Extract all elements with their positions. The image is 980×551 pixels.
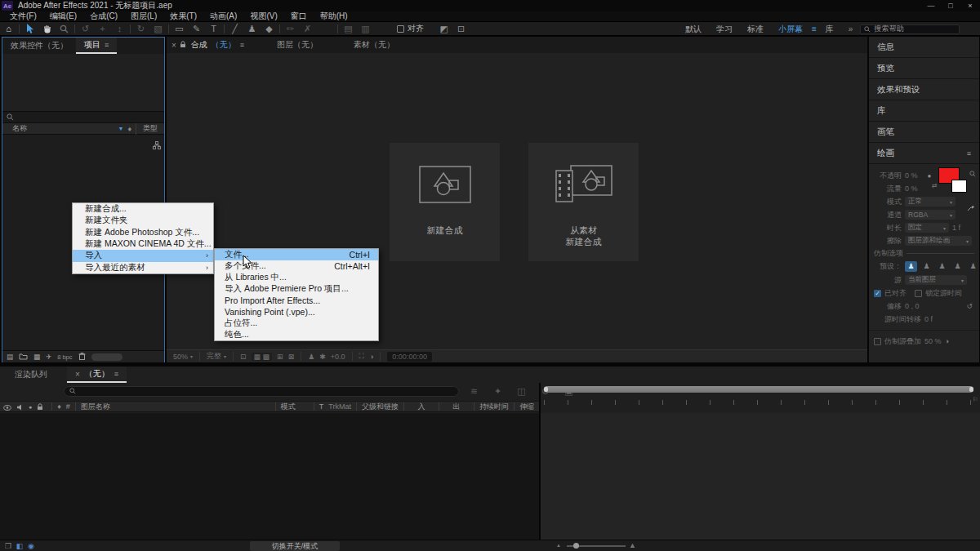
zoom-out-mountain-icon[interactable]: ▲	[556, 543, 561, 548]
show-channel-icon[interactable]: ◑	[369, 353, 373, 361]
menu-layer[interactable]: 图层(L)	[124, 11, 163, 22]
exposure-gear-icon[interactable]: ✱	[319, 353, 326, 361]
panel-brushes[interactable]: 画笔	[869, 122, 979, 143]
clone-preset-1[interactable]: ♟	[905, 261, 917, 272]
rectangle-tool-icon[interactable]: ▭	[171, 23, 188, 35]
panel-menu-icon[interactable]: ≡	[967, 149, 971, 158]
workspace-default[interactable]: 默认	[678, 24, 709, 35]
workspace-libraries[interactable]: 库	[818, 24, 841, 35]
video-visibility-icon[interactable]	[3, 399, 11, 414]
panel-libraries[interactable]: 库	[869, 100, 979, 122]
menu-item-import[interactable]: 导入 ›	[73, 250, 213, 261]
solo-icon[interactable]: ●	[29, 404, 32, 410]
new-folder-icon[interactable]	[19, 353, 28, 362]
audio-icon[interactable]	[16, 399, 24, 414]
sort-arrow-icon[interactable]: ▼	[118, 126, 123, 131]
eraser-tool-icon[interactable]: ◆	[261, 23, 278, 35]
panel-preview[interactable]: 预览	[869, 58, 979, 79]
help-search-input[interactable]: 搜索帮助	[860, 24, 960, 34]
submenu-item-vanishing-point[interactable]: Vanishing Point (.vpe)...	[215, 306, 378, 318]
transparency-grid-icon[interactable]: ▦ ▩	[252, 353, 273, 361]
draft-3d-icon[interactable]: ✦	[489, 385, 506, 398]
3d-view-icon[interactable]: ♟	[308, 353, 314, 361]
label-color-column-icon[interactable]: ♦	[57, 402, 61, 411]
opacity-value[interactable]: 0 %	[905, 171, 918, 180]
magnification-dropdown[interactable]: 50%▾	[173, 353, 193, 361]
submenu-item-from-libraries[interactable]: 从 Libraries 中...	[215, 272, 378, 283]
pan-camera-tool-icon[interactable]: +	[94, 23, 111, 35]
tab-footage[interactable]: 素材（无）	[345, 37, 403, 53]
snap-toggle[interactable]: 对齐	[397, 23, 424, 34]
resolution-dropdown[interactable]: 完整▾	[207, 351, 226, 362]
submenu-item-multiple-files[interactable]: 多个文件... Ctrl+Alt+I	[215, 260, 378, 272]
timeline-zoom-slider[interactable]	[567, 545, 626, 547]
background-color-swatch[interactable]	[951, 180, 967, 193]
home-icon[interactable]: ⌂	[0, 23, 17, 35]
project-search-field[interactable]	[2, 112, 164, 123]
tab-effect-controls[interactable]: 效果控件（无）	[2, 38, 76, 54]
navigator-start-handle[interactable]	[544, 387, 548, 392]
column-out[interactable]: 出	[444, 402, 469, 412]
navigator-end-handle[interactable]	[969, 387, 973, 392]
column-layer-name[interactable]: 图层名称	[81, 402, 110, 412]
flow-value[interactable]: 0 %	[905, 184, 918, 193]
trash-icon[interactable]	[78, 352, 86, 362]
hide-shy-layers-icon[interactable]: ◫	[513, 385, 530, 398]
menu-item-new-folder[interactable]: 新建文件夹	[73, 215, 213, 226]
clone-preset-2[interactable]: ♟	[920, 261, 933, 272]
project-settings-icon[interactable]: ✈	[46, 353, 51, 361]
clone-preset-3[interactable]: ♟	[936, 261, 948, 272]
lock-icon[interactable]	[180, 41, 186, 50]
camera-tool-icon[interactable]: ▧	[149, 23, 167, 35]
swap-colors-icon[interactable]: ⇄	[932, 182, 938, 189]
panel-menu-icon[interactable]: ≡	[240, 41, 244, 49]
mask-feather-icon[interactable]: ▤	[340, 23, 357, 35]
track-area[interactable]	[541, 413, 980, 540]
eyedropper-icon[interactable]	[967, 200, 974, 215]
tab-close-icon[interactable]: ×	[75, 370, 80, 379]
maximize-button[interactable]: □	[941, 0, 960, 11]
expand-in-out-icon[interactable]: ◉	[25, 542, 37, 550]
workspace-learn[interactable]: 学习	[709, 24, 740, 35]
snapshot-camera-icon[interactable]: ⛶	[359, 352, 364, 361]
lock-source-time-checkbox[interactable]	[915, 290, 922, 297]
fullscreen-icon[interactable]: ⊡	[452, 23, 470, 35]
menu-edit[interactable]: 编辑(E)	[43, 11, 83, 22]
submenu-item-pro-import[interactable]: Pro Import After Effects...	[215, 295, 378, 306]
column-duration[interactable]: 持续时间	[479, 402, 509, 412]
new-composition-icon[interactable]: ▦	[33, 353, 40, 361]
clone-preset-4[interactable]: ♟	[951, 261, 964, 272]
tab-project[interactable]: 项目 ≡	[76, 38, 117, 54]
submenu-item-placeholder[interactable]: 占位符...	[215, 318, 378, 329]
flowchart-icon[interactable]	[153, 138, 161, 153]
column-index[interactable]: #	[66, 402, 70, 411]
workspace-menu-icon[interactable]: ≡	[810, 24, 818, 33]
column-parent-link[interactable]: 父级和链接	[362, 402, 399, 412]
workspace-small-screen[interactable]: 小屏幕	[771, 24, 810, 35]
type-tool-icon[interactable]: T	[205, 23, 222, 35]
menu-window[interactable]: 窗口	[284, 11, 314, 22]
menu-animation[interactable]: 动画(A)	[203, 11, 243, 22]
column-trkmat[interactable]: TrkMat	[328, 402, 351, 411]
expand-transfer-controls-icon[interactable]: ◧	[14, 542, 25, 550]
pen-tool-icon[interactable]: ✎	[188, 23, 205, 35]
brush-tool-icon[interactable]: ╱	[226, 23, 243, 35]
region-of-interest-icon[interactable]: ⊡	[240, 353, 247, 361]
panel-paint-header[interactable]: 绘画 ≡	[869, 143, 979, 164]
submenu-item-solid[interactable]: 纯色...	[215, 329, 378, 340]
column-mode[interactable]: 模式	[281, 402, 309, 412]
crop-icon[interactable]: ⊠	[288, 353, 295, 361]
submenu-item-file[interactable]: 文件... Ctrl+I	[215, 249, 378, 260]
clone-overlay-value[interactable]: 50 %	[924, 337, 942, 345]
clone-stamp-tool-icon[interactable]: ♟	[243, 23, 261, 35]
timeline-search-field[interactable]	[64, 386, 459, 397]
mask-visibility-icon[interactable]: ⊞	[277, 353, 283, 361]
menu-item-new-photoshop-file[interactable]: 新建 Adobe Photoshop 文件...	[73, 227, 213, 238]
hand-tool-icon[interactable]	[38, 23, 56, 35]
tab-render-queue[interactable]: 渲染队列	[7, 367, 56, 383]
minimize-button[interactable]: —	[921, 0, 941, 11]
workspace-overflow-icon[interactable]: »	[841, 24, 861, 33]
zoom-in-mountain-icon[interactable]: ▲	[629, 541, 636, 549]
selection-tool-icon[interactable]	[21, 23, 38, 35]
expand-layer-switches-icon[interactable]: ❐	[2, 542, 14, 550]
